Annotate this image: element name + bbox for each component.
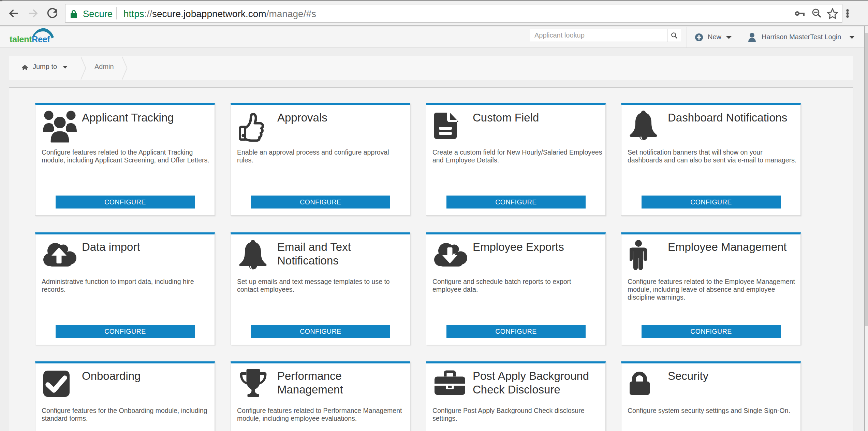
svg-text:Reef: Reef — [32, 34, 50, 44]
svg-text:talent: talent — [10, 34, 32, 44]
